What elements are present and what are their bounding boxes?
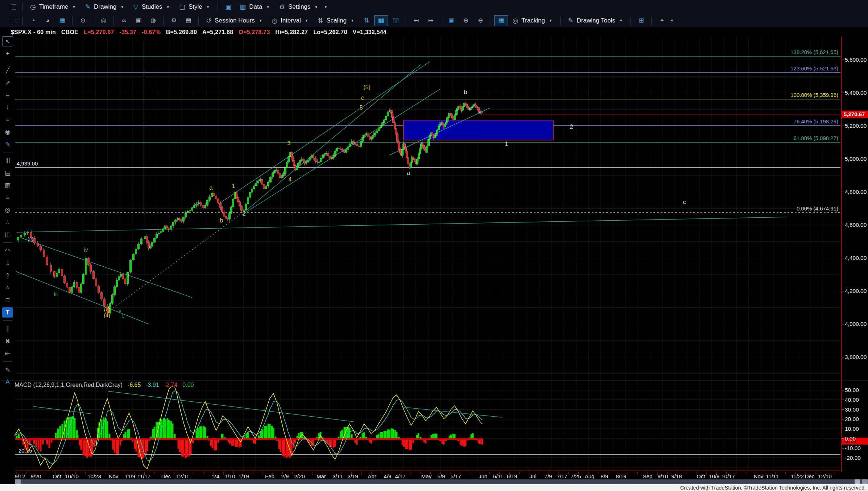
zoom-out-icon[interactable]: ⊖ [474,15,487,26]
bar-chart-type-icon[interactable]: ⇅ [360,15,373,26]
text-tool[interactable]: T [2,307,13,318]
candle [207,200,208,205]
arc-tool[interactable]: ◠ [2,246,13,256]
candle [133,254,135,260]
candle [382,123,384,125]
candle [138,244,140,249]
new-chart-icon[interactable]: ◔ [26,15,40,26]
matrix-icon[interactable]: ▦ [55,15,69,26]
annotation-tool[interactable]: A [2,377,13,387]
horizontal-scrollbar[interactable] [0,479,868,484]
candle [434,136,436,138]
drawing-tools-button[interactable]: ✎Drawing Tools▾ [564,15,627,26]
date-axis-label: 9/20 [30,473,41,479]
dashed-trendline[interactable] [108,211,245,312]
candle [356,144,358,146]
chart-canvas[interactable]: 138.20% (5,621.65)123.60% (5,521.63)100.… [0,0,868,491]
ray-line-tool[interactable]: ⇗ [2,77,13,87]
macd-histogram-bar [165,419,166,439]
exchange-label: CBOE [61,29,78,36]
fib-circles-tool[interactable]: ◎ [2,205,13,215]
grid-toggle-icon[interactable]: ▦ [494,15,508,26]
date-axis-label: Dec [805,473,815,479]
candle [407,157,409,164]
horizontal-line-tool[interactable]: ↔ [2,90,13,100]
menu-settings[interactable]: ⚙Settings▾ [275,1,323,12]
menu-style-label: Style [189,3,202,11]
save-analysis-icon[interactable]: ▣ [132,15,145,26]
menu-studies[interactable]: ▽Studies▾ [129,1,174,12]
fib-bars-tool[interactable]: ◫ [2,229,13,240]
trendline-drawing[interactable] [244,65,421,212]
arrow-up-tool[interactable]: ⇑ [2,270,13,281]
menu-drawing[interactable]: ✎Drawing▾ [81,1,129,12]
layout-icon[interactable]: ▣ [221,1,235,12]
parallel-lines-tool[interactable]: ≡ [2,114,13,124]
interval-button[interactable]: ◷Interval▾ [268,15,313,26]
erase-tool[interactable]: ✎ [2,365,13,375]
toolbar-handle[interactable] [11,18,16,23]
decrease-bar-spacing-icon[interactable]: ↤ [409,15,423,26]
menu-data[interactable]: ▥Data▾ [236,1,274,12]
candle [454,115,456,120]
quick-trade-icon[interactable]: ◎ [96,15,110,26]
scrollbar-left-button[interactable] [15,479,21,484]
scrollbar-thumb[interactable] [855,479,860,484]
chat-icon[interactable]: ◓ [655,15,669,26]
alerts-icon[interactable]: ◍ [146,15,160,26]
volume-bars-tool[interactable]: ||| [2,155,13,165]
trendline-drawing[interactable] [22,238,192,298]
macd-value: 0.00 [182,382,194,388]
fib-lines-tool[interactable]: ≡ [2,192,13,202]
fib-retracement-tool[interactable]: ▤ [2,168,13,178]
cursor-tool[interactable]: ↖ [2,36,13,46]
vertical-line-tool[interactable]: ↕ [2,102,13,112]
macd-value: -2.74 [164,382,177,388]
increase-bar-spacing-icon[interactable]: ↦ [424,15,438,26]
delete-drawing-tool[interactable]: ✖ [2,336,13,346]
hollow-candle-type-icon[interactable]: ▯▯ [389,15,402,26]
scaling-button[interactable]: ⇅Scaling▾ [314,15,359,26]
trendline-tool[interactable]: ╱ [2,65,13,75]
link-window-icon[interactable]: ∞ [117,15,131,26]
fib-points-tool[interactable]: ∴ [2,217,13,227]
candle [442,123,443,125]
restore-chart-icon[interactable]: ◕ [41,15,54,26]
trendline-drawing[interactable] [220,62,430,203]
add-study-chart-icon[interactable]: ⊞ [634,15,648,26]
candlestick-type-icon[interactable]: ▮▮ [374,15,388,26]
symbol-lookup-icon[interactable]: ⊙ [76,15,90,26]
candle [338,148,340,149]
toolbar-overflow-caret[interactable]: ▾ [669,18,674,23]
format-window-icon[interactable]: ▤ [181,15,195,26]
format-symbol-icon[interactable]: ⚙ [167,15,181,26]
pencil-icon: ✎ [85,3,91,11]
rectangle-tool[interactable]: □ [2,295,13,305]
trendline-drawing[interactable] [242,89,440,215]
menu-overflow-caret[interactable]: ▾ [323,5,328,9]
pages-icon[interactable]: ▣ [445,15,458,26]
menu-style[interactable]: ▢Style▾ [175,1,214,12]
zoom-in-icon[interactable]: ⊕ [459,15,473,26]
fib-price-grid-tool[interactable]: ▦ [2,180,13,190]
trendline-drawing[interactable] [33,406,91,414]
marker-pen-tool[interactable]: ✎ [2,139,13,149]
trendline-drawing[interactable] [16,271,149,324]
arrow-down-tool[interactable]: ⇓ [2,258,13,268]
ellipse-tool[interactable]: ○ [2,283,13,293]
extend-left-tool[interactable]: ⇤ [2,348,13,359]
menu-timeframe[interactable]: ◷Timeframe▾ [26,1,80,12]
target-zone-rectangle[interactable] [404,120,553,140]
tracking-button[interactable]: ◎Tracking▾ [509,15,557,26]
menubar-handle[interactable] [11,4,16,10]
session-hours-button[interactable]: ↺Session Hours▾ [202,15,267,26]
candle [426,146,428,152]
channel-lines-tool[interactable]: ∥ [2,324,13,334]
candle [291,152,293,156]
candle [449,113,451,115]
crosshair-tool[interactable]: + [2,49,13,59]
macd-value: -6.65 [128,382,141,388]
gann-fan-tool[interactable]: ◉ [2,127,13,137]
scrollbar-right-button[interactable] [862,479,868,484]
scrollbar-track[interactable] [15,479,868,484]
